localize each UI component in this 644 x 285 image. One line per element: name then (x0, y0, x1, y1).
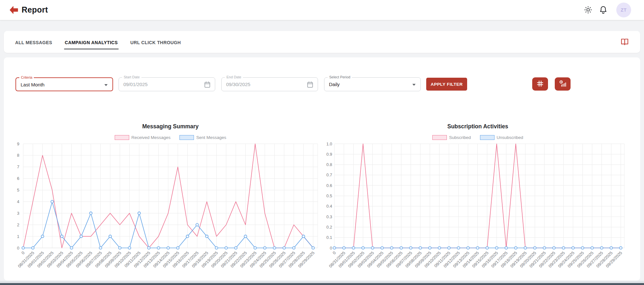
window-edge (0, 283, 644, 285)
avatar[interactable]: ZT (616, 3, 631, 17)
criteria-value: Last Month (21, 82, 44, 87)
svg-text:0.6: 0.6 (326, 183, 332, 188)
legend-label: Sent Messages (196, 135, 226, 140)
svg-text:1.0: 1.0 (326, 142, 332, 146)
sun-icon[interactable] (583, 5, 593, 15)
svg-text:0.7: 0.7 (326, 172, 332, 177)
legend-item[interactable]: Unsubscribed (480, 135, 524, 140)
svg-text:0: 0 (17, 246, 19, 251)
svg-text:0.4: 0.4 (326, 204, 332, 209)
legend-messaging-summary: Received MessagesSent Messages (58, 135, 283, 140)
legend-item[interactable]: Received Messages (115, 135, 171, 140)
svg-text:0.8: 0.8 (326, 162, 332, 167)
criteria-select[interactable]: Criteria Last Month (15, 77, 113, 91)
legend-label: Subscribed (449, 135, 471, 140)
page-title: Report (22, 5, 48, 15)
chevron-down-icon (104, 84, 108, 86)
svg-text:7: 7 (17, 164, 19, 169)
tab-url-click-through[interactable]: URL CLICK THROUGH (130, 35, 182, 49)
svg-text:8: 8 (17, 153, 19, 158)
svg-text:6: 6 (17, 176, 19, 181)
svg-text:0.5: 0.5 (326, 193, 332, 198)
svg-text:0: 0 (20, 251, 25, 256)
open-book-icon[interactable] (620, 37, 629, 46)
legend-subscription-activities: SubscribedUnsubscribed (365, 135, 591, 140)
end-date-field[interactable]: End Date 09/30/2025 (221, 77, 318, 91)
legend-item[interactable]: Sent Messages (179, 135, 226, 140)
apply-filter-button[interactable]: APPLY FILTER (426, 78, 467, 91)
svg-text:0.3: 0.3 (326, 214, 332, 219)
svg-text:3: 3 (17, 211, 19, 216)
legend-label: Received Messages (131, 135, 171, 140)
chart-title-messaging-summary: Messaging Summary (74, 123, 267, 130)
period-label: Select Period (328, 75, 352, 79)
bar-chart-clock-icon (559, 80, 567, 89)
svg-text:0.2: 0.2 (326, 225, 332, 230)
app-header: Report ZT (0, 0, 644, 20)
tab-campaign-analytics[interactable]: CAMPAIGN ANALYTICS (64, 35, 119, 49)
start-date-field[interactable]: Start Date 09/01/2025 (119, 77, 215, 91)
end-date-value: 09/30/2025 (226, 82, 250, 87)
criteria-label: Criteria (19, 75, 34, 79)
bell-icon[interactable] (599, 5, 608, 15)
svg-text:2: 2 (17, 222, 19, 227)
chart-title-subscription-activities: Subscription Activities (381, 123, 574, 130)
svg-text:0: 0 (330, 246, 332, 251)
legend-swatch (432, 135, 447, 140)
period-value: Daily (329, 82, 340, 87)
svg-text:1: 1 (17, 234, 19, 239)
messaging-summary-chart[interactable]: 0123456789008/31/202509/01/202509/02/202… (10, 142, 324, 272)
svg-text:9: 9 (17, 142, 19, 146)
end-date-label: End Date (225, 75, 243, 79)
svg-text:0: 0 (332, 251, 337, 256)
start-date-label: Start Date (122, 75, 141, 79)
subscription-activities-chart[interactable]: 00.10.20.30.40.50.60.70.80.91.0008/31/20… (321, 142, 636, 272)
avatar-initials: ZT (621, 7, 627, 13)
back-arrow-icon[interactable] (9, 5, 19, 15)
start-date-value: 09/01/2025 (123, 82, 148, 87)
svg-text:5: 5 (17, 188, 19, 192)
legend-swatch (179, 135, 194, 140)
grid-icon (536, 80, 544, 89)
chevron-down-icon (412, 84, 416, 86)
svg-text:0.1: 0.1 (326, 235, 332, 240)
tab-bar: ALL MESSAGES CAMPAIGN ANALYTICS URL CLIC… (4, 31, 640, 53)
svg-text:0.9: 0.9 (326, 152, 332, 157)
legend-swatch (115, 135, 129, 140)
legend-swatch (480, 135, 495, 140)
legend-label: Unsubscribed (497, 135, 524, 140)
period-select[interactable]: Select Period Daily (324, 77, 421, 91)
calendar-icon (306, 81, 314, 89)
chart-view-button[interactable] (555, 77, 571, 91)
tab-all-messages[interactable]: ALL MESSAGES (14, 35, 53, 49)
svg-text:4: 4 (17, 199, 19, 204)
bottom-strip (0, 281, 644, 283)
table-view-button[interactable] (532, 77, 548, 91)
calendar-icon (203, 81, 211, 89)
legend-item[interactable]: Subscribed (432, 135, 471, 140)
